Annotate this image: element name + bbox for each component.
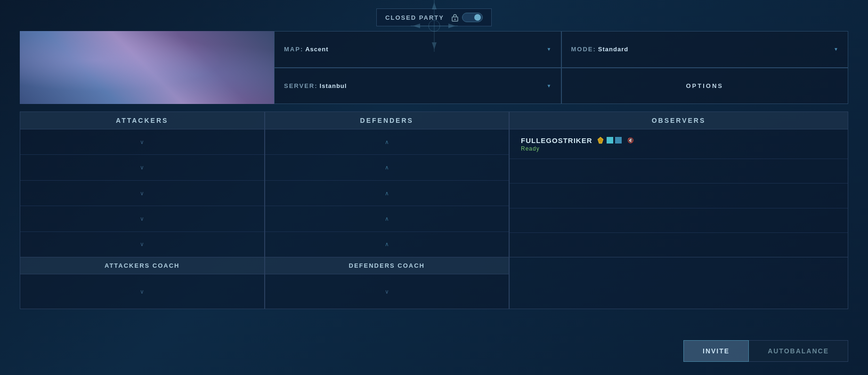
map-selector-col: MAP: Ascent ▼ SERVER: Istanbul ▼ (274, 31, 561, 104)
attacker-slot-4[interactable]: ∨ (20, 206, 264, 231)
defender-slot-1[interactable]: ∧ (265, 129, 509, 155)
server-label: SERVER: (284, 82, 318, 89)
observer-slot-4 (510, 208, 848, 233)
rank-diamond-icon (596, 136, 605, 144)
attacker-slot-5-chevron: ∨ (140, 241, 144, 247)
observer-slots: FULLEGOSTRIKER 🔇 (510, 129, 848, 257)
toggle-container (451, 13, 483, 22)
defender-slot-3-chevron: ∧ (385, 190, 389, 197)
observer-name: FULLEGOSTRIKER (521, 136, 592, 144)
rank-icons (596, 136, 622, 144)
map-selector[interactable]: MAP: Ascent ▼ (274, 31, 561, 68)
attacker-slot-4-chevron: ∨ (140, 215, 144, 222)
attackers-coach-slot-chevron: ∨ (140, 288, 144, 295)
options-button[interactable]: OPTIONS (561, 68, 849, 104)
attacker-slot-1[interactable]: ∨ (20, 129, 264, 155)
map-thumbnail (20, 31, 274, 104)
mode-value: Standard (598, 46, 628, 53)
observer-slot-2 (510, 159, 848, 184)
observer-slot-5 (510, 233, 848, 257)
attackers-coach-column: ATTACKERS COACH ∨ (20, 257, 265, 309)
defenders-slots: ∧ ∧ ∧ ∧ ∧ (265, 129, 509, 257)
defender-slot-4-chevron: ∧ (385, 215, 389, 222)
defenders-coach-slot-chevron: ∨ (385, 288, 389, 295)
defender-slot-5[interactable]: ∧ (265, 232, 509, 257)
attackers-slots: ∨ ∨ ∨ ∨ ∨ (20, 129, 264, 257)
defenders-coach-slot[interactable]: ∨ (265, 274, 509, 309)
defenders-column: DEFENDERS ∧ ∧ ∧ ∧ ∧ (265, 112, 510, 257)
observer-name-row: FULLEGOSTRIKER 🔇 (521, 136, 634, 144)
server-selector[interactable]: SERVER: Istanbul ▼ (274, 68, 561, 104)
defender-slot-5-chevron: ∧ (385, 241, 389, 247)
defenders-header: DEFENDERS (265, 112, 509, 129)
svg-point-8 (454, 19, 455, 20)
coaches-area: ATTACKERS COACH ∨ DEFENDERS COACH ∨ (20, 257, 848, 309)
mode-selector[interactable]: MODE: Standard ▼ (561, 31, 849, 68)
server-value: Istanbul (320, 82, 347, 89)
attackers-coach-header: ATTACKERS COACH (20, 257, 264, 274)
observer-slot-3 (510, 184, 848, 208)
observer-info: FULLEGOSTRIKER 🔇 (521, 136, 634, 152)
defender-slot-2[interactable]: ∧ (265, 155, 509, 180)
attacker-slot-3-chevron: ∨ (140, 190, 144, 197)
rank-square-2 (615, 137, 622, 144)
mode-chevron: ▼ (834, 47, 838, 52)
mute-icon: 🔇 (627, 137, 634, 144)
options-label: OPTIONS (686, 82, 723, 89)
attacker-slot-3[interactable]: ∨ (20, 181, 264, 206)
closed-party-container: CLOSED PARTY (376, 8, 492, 26)
attacker-slot-2-chevron: ∨ (140, 164, 144, 171)
observer-left-1: FULLEGOSTRIKER 🔇 (516, 133, 683, 155)
observer-slot-1: FULLEGOSTRIKER 🔇 (510, 129, 848, 159)
defender-slot-2-chevron: ∧ (385, 164, 389, 171)
map-image (20, 31, 274, 104)
defender-slot-3[interactable]: ∧ (265, 181, 509, 206)
top-bar: CLOSED PARTY (0, 0, 868, 26)
map-value: Ascent (305, 46, 328, 53)
attackers-coach-slot[interactable]: ∨ (20, 274, 264, 309)
closed-party-label: CLOSED PARTY (385, 14, 444, 21)
observers-header: OBSERVERS (510, 112, 848, 129)
defenders-coach-header: DEFENDERS COACH (265, 257, 509, 274)
observer-status: Ready (521, 145, 634, 152)
attacker-slot-5[interactable]: ∨ (20, 232, 264, 257)
map-label: MAP: (284, 46, 303, 53)
map-chevron: ▼ (547, 47, 552, 52)
config-area: MAP: Ascent ▼ SERVER: Istanbul ▼ MODE: S… (20, 31, 848, 104)
defender-slot-1-chevron: ∧ (385, 139, 389, 145)
observers-coach-area (509, 257, 848, 309)
observers-column: OBSERVERS FULLEGOSTRIKER (509, 112, 848, 257)
mode-selector-col: MODE: Standard ▼ OPTIONS (561, 31, 849, 104)
lock-icon (451, 13, 459, 22)
autobalance-button[interactable]: AUTOBALANCE (749, 340, 848, 362)
party-toggle[interactable] (462, 13, 483, 22)
teams-area: ATTACKERS ∨ ∨ ∨ ∨ ∨ DEFENDERS ∧ (20, 112, 848, 257)
attackers-column: ATTACKERS ∨ ∨ ∨ ∨ ∨ (20, 112, 265, 257)
mode-label: MODE: (571, 46, 596, 53)
defender-slot-4[interactable]: ∧ (265, 206, 509, 231)
server-chevron: ▼ (547, 83, 552, 88)
defenders-coach-column: DEFENDERS COACH ∨ (265, 257, 510, 309)
bottom-buttons: INVITE AUTOBALANCE (683, 340, 848, 362)
attacker-slot-2[interactable]: ∨ (20, 155, 264, 180)
attackers-header: ATTACKERS (20, 112, 264, 129)
toggle-thumb (474, 14, 481, 21)
attacker-slot-1-chevron: ∨ (140, 139, 144, 145)
invite-button[interactable]: INVITE (683, 340, 749, 362)
rank-square-1 (607, 137, 613, 144)
